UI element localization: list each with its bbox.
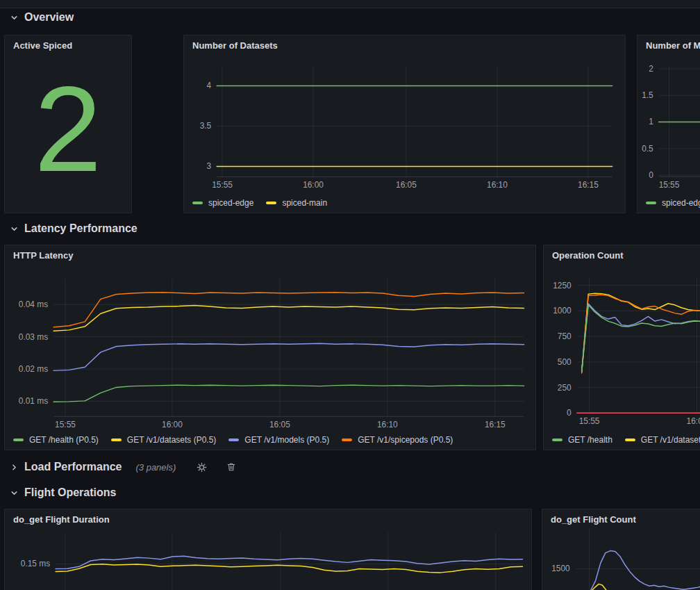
svg-text:0.5: 0.5 xyxy=(642,144,653,154)
panel-title[interactable]: do_get Flight Duration xyxy=(13,514,110,525)
legend-item[interactable]: spiced-edge xyxy=(192,198,253,208)
svg-text:1250: 1250 xyxy=(553,281,572,290)
legend-item[interactable]: GET /health xyxy=(552,435,612,445)
svg-text:3.5: 3.5 xyxy=(200,121,212,131)
number-of-datasets-chart[interactable]: 43.5315:5516:0016:0516:1016:15 xyxy=(184,35,625,213)
svg-text:0.01 ms: 0.01 ms xyxy=(19,396,48,406)
svg-text:16:00: 16:00 xyxy=(303,180,324,190)
gear-icon[interactable] xyxy=(197,462,207,473)
section-load-performance[interactable]: Load Performance (3 panels) xyxy=(10,461,236,473)
panel-title[interactable]: Active Spiced xyxy=(13,40,72,51)
panel-title[interactable]: do_get Flight Count xyxy=(551,514,636,525)
trash-icon[interactable] xyxy=(226,462,236,472)
panel-do-get-flight-duration: do_get Flight Duration 0.15 ms xyxy=(4,509,532,590)
section-latency-performance[interactable]: Latency Performance xyxy=(10,222,138,235)
top-toolbar-edge xyxy=(0,0,700,8)
svg-text:0: 0 xyxy=(567,408,572,418)
svg-text:1.5: 1.5 xyxy=(642,90,653,100)
svg-text:16:15: 16:15 xyxy=(485,420,506,429)
svg-text:16:00: 16:00 xyxy=(687,416,700,426)
panel-http-latency: HTTP Latency 0.04 ms0.03 ms0.02 ms0.01 m… xyxy=(4,245,536,450)
svg-text:250: 250 xyxy=(558,383,572,393)
chevron-right-icon xyxy=(10,463,19,472)
legend: spiced-edge xyxy=(646,198,700,208)
svg-text:16:00: 16:00 xyxy=(162,420,183,429)
svg-text:16:05: 16:05 xyxy=(396,180,417,190)
series-color-swatch xyxy=(228,439,239,441)
svg-text:0.03 ms: 0.03 ms xyxy=(19,332,48,342)
panel-operation-count: Operation Count 12501000750500250015:551… xyxy=(543,245,700,450)
section-label: Latency Performance xyxy=(24,222,138,235)
svg-text:2: 2 xyxy=(649,64,653,74)
section-flight-operations[interactable]: Flight Operations xyxy=(10,486,116,499)
legend-item[interactable]: GET /v1/datasets xyxy=(625,435,700,445)
series-color-swatch xyxy=(111,439,122,441)
svg-text:0.02 ms: 0.02 ms xyxy=(19,364,48,374)
panel-number-of-datasets: Number of Datasets 43.5315:5516:0016:051… xyxy=(183,35,626,213)
series-color-swatch xyxy=(192,202,203,204)
legend-item[interactable]: GET /health (P0.5) xyxy=(13,435,99,445)
svg-text:4: 4 xyxy=(207,81,212,90)
svg-text:15:55: 15:55 xyxy=(55,420,76,429)
panel-title[interactable]: Number of Datasets xyxy=(192,40,278,51)
legend-item[interactable]: GET /v1/datasets (P0.5) xyxy=(111,435,217,445)
svg-text:1000: 1000 xyxy=(553,306,572,316)
svg-text:16:10: 16:10 xyxy=(377,420,398,429)
legend-item[interactable]: spiced-main xyxy=(266,198,327,208)
legend-item[interactable]: GET /v1/spicepods (P0.5) xyxy=(342,435,453,445)
legend: GET /health (P0.5)GET /v1/datasets (P0.5… xyxy=(13,435,453,445)
chevron-down-icon xyxy=(10,489,19,498)
panel-number-of-models: Number of Models 21.510.5015:55 spiced-e… xyxy=(637,35,700,213)
section-label: Load Performance xyxy=(24,461,122,473)
chevron-down-icon xyxy=(10,224,19,233)
series-color-swatch xyxy=(13,439,24,441)
svg-text:500: 500 xyxy=(558,357,572,367)
svg-text:1500: 1500 xyxy=(551,564,570,573)
panels-count-label: (3 panels) xyxy=(135,462,176,473)
panel-title[interactable]: HTTP Latency xyxy=(13,250,73,261)
svg-text:0.04 ms: 0.04 ms xyxy=(19,300,48,309)
svg-text:15:55: 15:55 xyxy=(659,180,680,190)
svg-text:1: 1 xyxy=(649,117,653,126)
svg-text:15:55: 15:55 xyxy=(212,180,233,190)
section-label: Overview xyxy=(24,11,74,24)
legend-item[interactable]: spiced-edge xyxy=(646,198,700,208)
series-color-swatch xyxy=(646,202,656,204)
legend: spiced-edgespiced-main xyxy=(192,198,327,208)
number-of-models-chart[interactable]: 21.510.5015:55 xyxy=(638,35,700,213)
svg-text:16:05: 16:05 xyxy=(269,420,290,429)
svg-text:16:15: 16:15 xyxy=(578,180,599,190)
svg-text:0.15 ms: 0.15 ms xyxy=(21,559,50,568)
section-label: Flight Operations xyxy=(24,486,116,499)
grafana-dashboard: Overview Active Spiced 2 Number of Datas… xyxy=(0,0,700,590)
stat-value: 2 xyxy=(5,45,131,213)
svg-text:3: 3 xyxy=(207,161,212,171)
series-color-swatch xyxy=(552,439,562,441)
legend-item[interactable]: GET /v1/models (P0.5) xyxy=(228,435,329,445)
chevron-down-icon xyxy=(10,13,19,22)
panel-title[interactable]: Operation Count xyxy=(552,250,624,261)
section-overview[interactable]: Overview xyxy=(10,11,74,24)
svg-text:750: 750 xyxy=(558,331,572,341)
operation-count-chart[interactable]: 12501000750500250015:5516:00 xyxy=(544,245,700,450)
svg-text:0: 0 xyxy=(649,170,653,180)
series-color-swatch xyxy=(625,439,635,441)
series-color-swatch xyxy=(342,439,352,441)
http-latency-chart[interactable]: 0.04 ms0.03 ms0.02 ms0.01 ms15:5516:0016… xyxy=(5,245,535,450)
panel-do-get-flight-count: do_get Flight Count 1500 xyxy=(542,509,700,590)
panel-title[interactable]: Number of Models xyxy=(646,40,700,51)
legend: GET /healthGET /v1/datasets xyxy=(552,435,700,445)
series-color-swatch xyxy=(266,202,276,204)
panel-active-spiced: Active Spiced 2 xyxy=(4,35,132,213)
svg-text:16:10: 16:10 xyxy=(487,180,508,190)
svg-text:15:55: 15:55 xyxy=(579,416,600,426)
